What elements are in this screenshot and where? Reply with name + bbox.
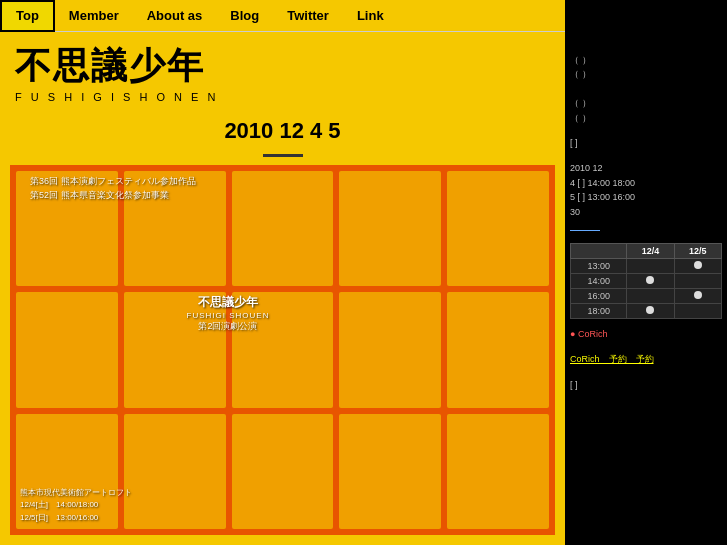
schedule-time-cell: 14:00 bbox=[571, 273, 627, 288]
logo-kanji: 不思議少年 bbox=[15, 42, 550, 91]
poster-top-text: 第36回 熊本演劇フェスティバル参加作品 第52回 熊本県音楽文化祭参加事業 bbox=[30, 175, 196, 202]
schedule-day4-cell bbox=[627, 258, 674, 273]
corich-label: ● CoRich bbox=[570, 329, 607, 339]
main-content: Top Member About as Blog Twitter Link 不思… bbox=[0, 0, 565, 545]
schedule-row: 18:00 bbox=[571, 303, 722, 318]
schedule-row: 14:00 bbox=[571, 273, 722, 288]
sidebar: （ ） （ ） （ ） （ ） [ ] 2010 12 4 [ ] 14:00 … bbox=[565, 0, 727, 545]
sidebar-footer-bracket: [ ] bbox=[570, 375, 722, 395]
date-heading: 2010 12 4 5 bbox=[0, 108, 565, 149]
schedule-day5-cell bbox=[674, 258, 721, 273]
sidebar-bracket-label: [ ] bbox=[570, 133, 722, 153]
shelf-cell bbox=[447, 292, 549, 407]
shelf-cell bbox=[232, 171, 334, 286]
sidebar-performance-info: （ ） （ ） （ ） （ ） bbox=[570, 50, 722, 128]
schedule-table: 12/4 12/5 13:0014:0016:0018:00 bbox=[570, 243, 722, 319]
shelf-cell bbox=[447, 414, 549, 529]
sidebar-divider bbox=[570, 230, 600, 231]
navigation-bar: Top Member About as Blog Twitter Link bbox=[0, 0, 565, 32]
shelf-cell bbox=[447, 171, 549, 286]
schedule-col-d4: 12/4 bbox=[627, 243, 674, 258]
shelf-cell bbox=[16, 292, 118, 407]
schedule-day4-cell bbox=[627, 288, 674, 303]
schedule-day5-cell bbox=[674, 288, 721, 303]
nav-item-twitter[interactable]: Twitter bbox=[273, 0, 343, 32]
shelf-cell bbox=[232, 414, 334, 529]
shelf-cell bbox=[339, 171, 441, 286]
shelf-cell bbox=[339, 292, 441, 407]
schedule-day4-cell bbox=[627, 273, 674, 288]
separator-line bbox=[263, 154, 303, 157]
sidebar-schedule-text: 2010 12 4 [ ] 14:00 18:00 5 [ ] 13:00 16… bbox=[570, 158, 722, 222]
nav-item-top[interactable]: Top bbox=[0, 0, 55, 32]
shelf-cell bbox=[124, 414, 226, 529]
schedule-time-cell: 16:00 bbox=[571, 288, 627, 303]
logo-area: 不思議少年 F U S H I G I S H O N E N bbox=[0, 32, 565, 108]
schedule-time-cell: 13:00 bbox=[571, 258, 627, 273]
poster-bottom-text: 熊本市現代美術館アートロフト 12/4[土] 14:00/18:00 12/5[… bbox=[20, 487, 132, 525]
schedule-day5-cell bbox=[674, 273, 721, 288]
shelf-cell bbox=[339, 414, 441, 529]
nav-item-member[interactable]: Member bbox=[55, 0, 133, 32]
logo-romaji: F U S H I G I S H O N E N bbox=[15, 91, 550, 103]
poster-title: 不思議少年 FUSHIGI SHOUEN 第2回演劇公演 bbox=[187, 294, 270, 333]
nav-item-link[interactable]: Link bbox=[343, 0, 398, 32]
schedule-day4-cell bbox=[627, 303, 674, 318]
schedule-row: 16:00 bbox=[571, 288, 722, 303]
sidebar-reserve: ● CoRich bbox=[570, 324, 722, 344]
sidebar-reserve-links[interactable]: CoRich 予約 予約 bbox=[570, 349, 722, 369]
nav-item-blog[interactable]: Blog bbox=[216, 0, 273, 32]
poster-area: 第36回 熊本演劇フェスティバル参加作品 第52回 熊本県音楽文化祭参加事業 不… bbox=[10, 165, 555, 535]
schedule-row: 13:00 bbox=[571, 258, 722, 273]
schedule-col-d5: 12/5 bbox=[674, 243, 721, 258]
schedule-day5-cell bbox=[674, 303, 721, 318]
corich-link[interactable]: CoRich 予約 予約 bbox=[570, 354, 654, 364]
shelf-grid bbox=[10, 165, 555, 535]
schedule-col-time bbox=[571, 243, 627, 258]
nav-item-about[interactable]: About as bbox=[133, 0, 217, 32]
schedule-time-cell: 18:00 bbox=[571, 303, 627, 318]
sidebar-top-black bbox=[570, 5, 722, 45]
